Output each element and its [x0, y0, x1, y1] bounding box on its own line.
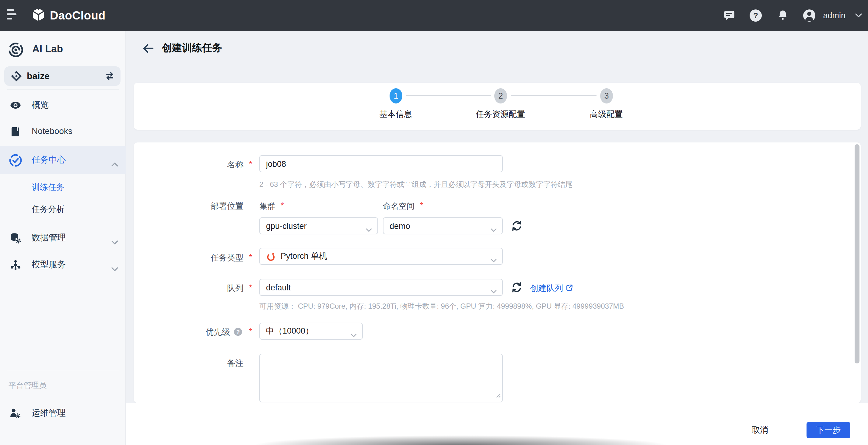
- external-link-icon: [565, 284, 574, 293]
- brand-name: DaoCloud: [50, 9, 105, 22]
- sidebar-item-ops-management[interactable]: 运维管理: [0, 401, 126, 425]
- name-input[interactable]: [259, 155, 503, 172]
- sidebar: AI Lab baize: [0, 31, 126, 445]
- select-chevron-icon: [491, 286, 497, 295]
- job-type-label: 任务类型: [134, 253, 244, 263]
- step-connector: [511, 95, 596, 96]
- basic-info-form-card: 名称 * 2 - 63 个字符，必须由小写字母、数字字符或"-"组成，并且必须以…: [134, 142, 861, 403]
- refresh-namespace-icon[interactable]: [511, 220, 522, 231]
- required-asterisk: *: [420, 201, 423, 210]
- required-asterisk: *: [249, 159, 252, 169]
- sidebar-item-notebooks[interactable]: Notebooks: [0, 119, 126, 144]
- cluster-select[interactable]: gpu-cluster: [259, 217, 378, 234]
- notifications-bell-icon[interactable]: [776, 9, 789, 22]
- resize-handle-icon[interactable]: [495, 390, 501, 401]
- sidebar-item-overview[interactable]: 概览: [0, 93, 126, 118]
- refresh-queue-icon[interactable]: [511, 282, 522, 293]
- sidebar-item-label: 模型服务: [32, 259, 66, 270]
- page-header: 创建训练任务: [126, 39, 222, 57]
- namespace-select[interactable]: demo: [383, 217, 503, 234]
- main-content: 创建训练任务 1 2 3 基本信息 任务资源配置 高级配置 名称 * 2 - 6…: [126, 31, 868, 445]
- priority-help-icon[interactable]: ?: [234, 327, 242, 339]
- chevron-down-icon[interactable]: [112, 263, 118, 274]
- sidebar-divider: [7, 90, 119, 90]
- queue-label: 队列: [134, 283, 244, 294]
- sidebar-item-label: 任务中心: [32, 155, 66, 166]
- priority-select[interactable]: 中（10000）: [259, 323, 363, 340]
- chevron-down-icon[interactable]: [112, 236, 118, 247]
- book-icon: [8, 124, 23, 139]
- sidebar-item-label: 运维管理: [32, 408, 66, 419]
- topbar-right: ? admin: [722, 0, 863, 31]
- ai-lab-icon: [8, 42, 24, 60]
- priority-label: 优先级: [134, 327, 230, 338]
- sidebar-item-task-center[interactable]: 任务中心: [0, 146, 126, 174]
- chat-icon[interactable]: [722, 9, 735, 22]
- required-asterisk: *: [249, 327, 252, 336]
- step-connector: [406, 95, 491, 96]
- back-arrow-icon[interactable]: [141, 41, 155, 55]
- next-step-button[interactable]: 下一步: [807, 422, 850, 438]
- queue-resources-help-text: 可用资源： CPU: 979Core, 内存: 195.28Ti, 物理卡数量:…: [259, 301, 624, 312]
- step-3-circle[interactable]: 3: [600, 88, 613, 103]
- create-queue-link[interactable]: 创建队列: [530, 283, 574, 294]
- app: DaoCloud ?: [0, 0, 868, 445]
- footer-action-bar: 取消 下一步: [126, 403, 868, 445]
- required-asterisk: *: [249, 253, 252, 262]
- brand-logo[interactable]: DaoCloud: [31, 0, 105, 31]
- workspace-icon: [11, 71, 22, 84]
- stepper-card: 1 2 3 基本信息 任务资源配置 高级配置: [134, 83, 861, 130]
- user-chevron-down-icon[interactable]: [854, 9, 863, 22]
- step-2-label: 任务资源配置: [464, 109, 537, 120]
- pytorch-icon: [266, 252, 276, 263]
- sidebar-item-data-management[interactable]: 数据管理: [0, 226, 126, 250]
- select-chevron-icon: [351, 330, 357, 339]
- required-asterisk: *: [249, 283, 252, 292]
- model-nodes-icon: [8, 257, 23, 272]
- name-label: 名称: [134, 159, 244, 170]
- select-chevron-icon: [366, 225, 372, 234]
- workspace-selector[interactable]: baize: [4, 66, 121, 86]
- workspace-name: baize: [27, 71, 50, 81]
- bottom-edge-shadow: [254, 435, 668, 445]
- step-3-label: 高级配置: [570, 109, 643, 120]
- select-chevron-icon: [491, 225, 497, 234]
- product-name: AI Lab: [32, 43, 63, 55]
- notes-label: 备注: [134, 358, 244, 369]
- step-1-circle[interactable]: 1: [390, 88, 402, 103]
- role-label: 平台管理员: [8, 380, 46, 391]
- step-1-label: 基本信息: [359, 109, 432, 120]
- notes-textarea[interactable]: [259, 354, 503, 403]
- database-gear-icon: [8, 231, 23, 245]
- sidebar-item-model-services[interactable]: 模型服务: [0, 253, 126, 277]
- daocloud-cube-icon: [31, 7, 45, 24]
- queue-select[interactable]: default: [259, 279, 503, 296]
- svg-text:?: ?: [753, 11, 758, 20]
- user-name[interactable]: admin: [823, 11, 845, 20]
- hamburger-menu-icon[interactable]: [7, 8, 20, 23]
- cluster-label: 集群: [259, 201, 275, 212]
- select-chevron-icon: [491, 255, 497, 264]
- sidebar-item-label: 概览: [32, 100, 49, 111]
- cancel-button[interactable]: 取消: [744, 422, 775, 438]
- sidebar-item-label: 数据管理: [32, 232, 66, 244]
- form-scrollbar-thumb[interactable]: [855, 144, 860, 363]
- required-asterisk: *: [281, 201, 284, 210]
- namespace-label: 命名空间: [383, 201, 414, 212]
- job-type-select[interactable]: Pytorch 单机: [259, 248, 503, 265]
- topbar: DaoCloud ?: [0, 0, 868, 31]
- switch-workspace-icon[interactable]: [105, 72, 115, 83]
- sidebar-subitem-training-tasks[interactable]: 训练任务: [0, 177, 126, 198]
- name-help-text: 2 - 63 个字符，必须由小写字母、数字字符或"-"组成，并且必须以字母开头及…: [259, 180, 572, 190]
- user-gear-icon: [8, 406, 23, 421]
- step-2-circle[interactable]: 2: [494, 88, 507, 103]
- help-icon[interactable]: ?: [749, 9, 762, 22]
- sidebar-product: AI Lab: [0, 39, 126, 61]
- sidebar-subitem-label: 训练任务: [32, 182, 64, 193]
- sidebar-subitem-label: 任务分析: [32, 204, 64, 215]
- page-title: 创建训练任务: [162, 41, 222, 55]
- sidebar-divider: [7, 371, 119, 371]
- chevron-up-icon[interactable]: [112, 158, 118, 169]
- avatar[interactable]: [803, 9, 816, 22]
- sidebar-subitem-task-analysis[interactable]: 任务分析: [0, 198, 126, 220]
